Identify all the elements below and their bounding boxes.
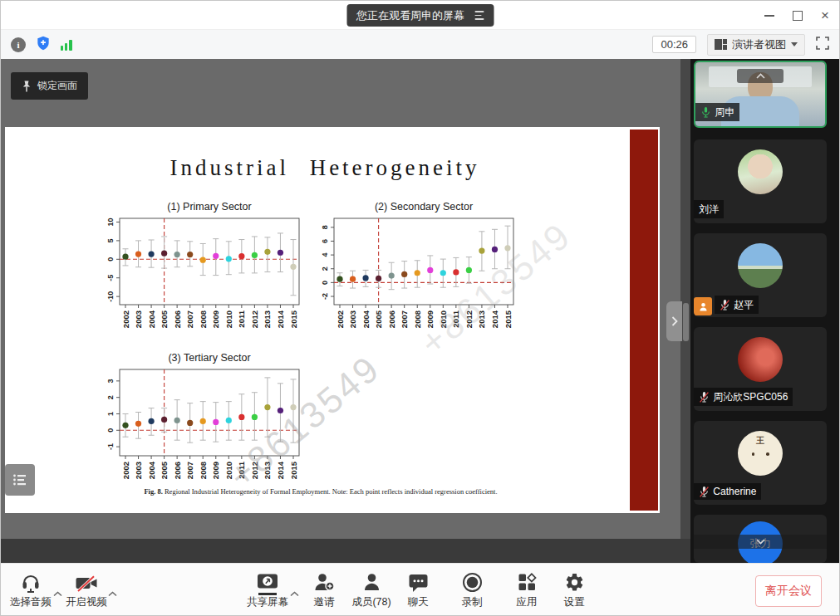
- svg-text:0: 0: [321, 281, 329, 285]
- watching-banner-text: 您正在观看周申的屏幕: [356, 8, 464, 23]
- svg-text:2011: 2011: [451, 310, 460, 327]
- security-shield-icon[interactable]: [35, 35, 52, 55]
- participant-tile[interactable]: 王 Catherine: [694, 421, 827, 505]
- svg-text:6: 6: [321, 239, 329, 243]
- sidebar-collapse-handle[interactable]: [666, 301, 682, 341]
- svg-text:(1) Primary Sector: (1) Primary Sector: [167, 201, 251, 213]
- scroll-up-button[interactable]: [737, 69, 784, 83]
- minimize-button[interactable]: [764, 15, 774, 17]
- svg-text:2009: 2009: [211, 462, 220, 479]
- avatar: [738, 243, 783, 288]
- svg-text:2003: 2003: [348, 310, 357, 328]
- svg-text:2008: 2008: [199, 310, 208, 328]
- presentation-slide: Industrial Heterogeneity (1) Primary Sec…: [5, 127, 660, 513]
- svg-text:10: 10: [106, 218, 115, 226]
- start-video-button[interactable]: 开启视频: [60, 570, 113, 609]
- svg-text:2006: 2006: [387, 310, 396, 328]
- chevron-down-icon: [791, 42, 798, 46]
- participant-tile[interactable]: 周沁欣SPGC056: [694, 327, 827, 411]
- participant-tile[interactable]: 赵平: [694, 233, 827, 317]
- svg-text:-5: -5: [106, 275, 115, 281]
- mic-muted-icon: [699, 486, 710, 498]
- svg-text:2002: 2002: [121, 462, 130, 479]
- svg-text:(3) Tertiary Sector: (3) Tertiary Sector: [168, 352, 250, 364]
- shared-screen-area: 锁定画面 Industrial Heterogeneity (1) Primar…: [1, 59, 690, 563]
- svg-text:2009: 2009: [425, 310, 435, 328]
- svg-text:8: 8: [321, 225, 329, 229]
- svg-text:2012: 2012: [464, 310, 474, 328]
- select-audio-button[interactable]: 选择音频: [4, 570, 57, 609]
- meeting-info-icon[interactable]: i: [11, 37, 26, 52]
- svg-text:2013: 2013: [263, 462, 272, 479]
- banner-menu-icon[interactable]: [474, 11, 484, 19]
- svg-text:2012: 2012: [250, 462, 259, 479]
- svg-text:2: 2: [106, 395, 115, 399]
- list-icon: [12, 473, 27, 486]
- svg-text:(2) Secondary Sector: (2) Secondary Sector: [375, 201, 473, 213]
- svg-text:2012: 2012: [250, 310, 259, 328]
- figure-caption-number: Fig. 8.: [144, 487, 162, 496]
- tertiary-sector-chart: (3) Tertiary Sector-10123200220032004200…: [105, 350, 306, 491]
- close-button[interactable]: ×: [821, 8, 829, 22]
- lock-view-button[interactable]: 锁定画面: [11, 72, 88, 100]
- svg-text:-2: -2: [321, 293, 329, 300]
- apps-button[interactable]: 应用: [500, 570, 553, 609]
- meeting-window: 您正在观看周申的屏幕 × i 00:26 演讲者视图: [0, 0, 840, 616]
- svg-text:2015: 2015: [289, 310, 298, 328]
- content-scrollbar[interactable]: [683, 303, 689, 341]
- fullscreen-icon[interactable]: [816, 37, 829, 53]
- status-toolbar: i 00:26 演讲者视图: [1, 30, 839, 59]
- svg-text:2005: 2005: [160, 310, 169, 328]
- mic-muted-icon: [720, 299, 730, 311]
- participant-tile[interactable]: 张力: [694, 515, 827, 563]
- svg-text:2013: 2013: [477, 310, 486, 328]
- svg-text:5: 5: [106, 238, 115, 242]
- record-button[interactable]: 录制: [445, 570, 499, 609]
- apps-grid-icon: [517, 570, 538, 593]
- participant-tile[interactable]: 刘洋: [694, 139, 827, 223]
- share-screen-icon: [256, 570, 279, 593]
- chevron-right-icon: [671, 316, 678, 326]
- svg-text:2008: 2008: [413, 310, 422, 328]
- svg-text:2010: 2010: [439, 310, 448, 328]
- svg-text:2004: 2004: [361, 310, 371, 328]
- participant-name-tag: 周申: [695, 103, 739, 121]
- avatar: 王: [738, 431, 783, 476]
- titlebar: 您正在观看周申的屏幕 ×: [1, 1, 839, 30]
- primary-sector-chart: (1) Primary Sector-10-505102002200320042…: [105, 198, 306, 340]
- slide-accent-bar: [630, 130, 658, 511]
- chat-button[interactable]: 聊天: [391, 570, 445, 609]
- share-screen-button[interactable]: 共享屏幕: [241, 570, 294, 609]
- headset-icon: [20, 570, 42, 593]
- settings-button[interactable]: 设置: [548, 570, 601, 609]
- watching-banner[interactable]: 您正在观看周申的屏幕: [346, 4, 494, 27]
- chevron-up-icon: [756, 73, 765, 79]
- svg-text:3: 3: [106, 379, 115, 383]
- svg-text:-10: -10: [106, 291, 115, 302]
- slide-title: Industrial Heterogeneity: [22, 155, 628, 181]
- video-options-chevron[interactable]: [108, 585, 117, 600]
- view-mode-button[interactable]: 演讲者视图: [707, 34, 805, 56]
- participant-tile-speaker[interactable]: 周申: [694, 61, 827, 128]
- record-icon: [462, 570, 483, 593]
- svg-text:2015: 2015: [289, 461, 298, 479]
- layout-icon: [715, 39, 727, 50]
- scroll-down-button[interactable]: [694, 535, 827, 549]
- maximize-button[interactable]: [793, 11, 803, 21]
- participant-name-tag: 周沁欣SPGC056: [694, 388, 793, 406]
- secondary-sector-chart: (2) Secondary Sector-2024682002200320042…: [319, 198, 520, 340]
- leave-meeting-button[interactable]: 离开会议: [755, 575, 822, 607]
- camera-off-icon: [75, 570, 98, 593]
- pin-icon: [22, 81, 32, 92]
- meeting-toolbar: 选择音频 开启视频 共享屏幕 邀请: [1, 563, 839, 616]
- view-mode-label: 演讲者视图: [732, 37, 786, 52]
- svg-text:-1: -1: [106, 443, 115, 450]
- avatar: [738, 337, 783, 382]
- gear-icon: [564, 570, 585, 593]
- figure-caption-text: Regional Industrial Heterogeneity of For…: [165, 487, 498, 496]
- annotation-panel-button[interactable]: [5, 464, 35, 496]
- svg-text:2010: 2010: [224, 462, 233, 479]
- svg-text:2003: 2003: [134, 310, 143, 328]
- network-signal-icon[interactable]: [61, 39, 72, 51]
- svg-text:0: 0: [106, 257, 115, 262]
